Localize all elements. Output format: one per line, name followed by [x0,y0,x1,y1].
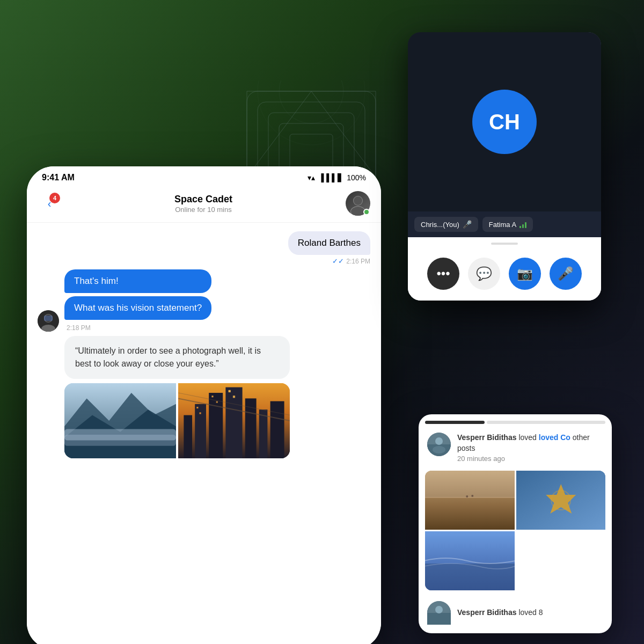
signal-strength-icon [519,221,526,228]
activity-time-1: 20 minutes ago [457,455,505,463]
contact-name: Space Cadet [61,194,346,205]
svg-rect-32 [225,387,242,458]
controls-bg: ••• 💬 📷 🎤 [408,237,601,301]
video-main-area: CH [408,32,601,211]
strip-bar-dark [425,421,485,424]
gallery-grid [425,471,605,590]
mic-muted-icon: 🎤 [463,220,472,229]
scroll-handle [491,243,518,245]
caller-name-tag: Chris...(You) 🎤 [414,217,478,232]
activity-avatar-2 [427,601,451,625]
svg-rect-34 [259,409,268,458]
photo-city [178,383,290,458]
message-timestamp: 2:16 PM [346,258,370,265]
status-bar: 9:41 AM ▾▴ ▐▐▐ ▋ 100% [27,166,381,187]
social-feed-card: Vesperr Bidithas loved loved Co other po… [419,414,612,633]
contact-status: Online for 10 mins [61,206,346,214]
message-icon: 💬 [476,266,492,281]
svg-rect-27 [64,435,176,446]
status-icons: ▾▴ ▐▐▐ ▋ 100% [308,173,366,182]
other-caller-name: Fatima A [489,221,516,229]
gallery-photo-beach [425,471,515,530]
contact-avatar-wrapper[interactable] [346,191,370,216]
activity-text-1: Vesperr Bidithas loved loved Co other po… [457,433,603,464]
svg-rect-37 [200,412,201,414]
caller-name: Chris...(You) [421,221,459,229]
svg-rect-36 [196,407,198,408]
message-bubble-received: Roland Barthes [288,231,370,255]
social-activity-2: Vesperr Bidithas loved 8 [419,597,612,633]
svg-rect-41 [233,396,235,398]
video-call-card: Tommy B CH Chris...(You) 🎤 Fatima A ••• [408,32,601,301]
read-receipt-icon: ✓✓ [332,257,344,265]
status-time: 9:41 AM [42,173,75,182]
message-button[interactable]: 💬 [468,258,500,290]
svg-rect-59 [427,613,451,625]
more-options-button[interactable]: ••• [427,258,459,290]
online-indicator [363,209,370,215]
svg-rect-52 [425,471,515,497]
svg-rect-35 [270,401,284,458]
microphone-button[interactable]: 🎤 [550,258,582,290]
other-caller-name-tag: Fatima A [482,217,533,232]
more-dots-icon: ••• [436,266,450,281]
svg-rect-30 [195,404,206,458]
chat-header: 4 ‹ Space Cadet Online for 10 mins [27,187,381,223]
svg-rect-38 [211,396,213,397]
activity-user-2: Vesperr Bidithas [457,608,517,617]
svg-point-47 [433,446,445,453]
camera-button[interactable]: 📷 [509,258,541,290]
activity-action-2: loved 8 [518,608,543,617]
sent-bubble-2: What was his vision statement? [64,296,211,320]
message-time-received: ✓✓ 2:16 PM [332,257,370,265]
svg-rect-29 [184,415,192,458]
svg-point-15 [354,196,362,205]
gallery-photo-starfish [516,471,606,530]
photo-grid [64,383,290,458]
sender-avatar [38,310,59,332]
gallery-photo-sky [425,531,515,590]
sent-bubbles-container: That's him! What was his vision statemen… [64,269,211,332]
signal-icon: ▐▐▐ [318,173,334,182]
phone-mockup: 9:41 AM ▾▴ ▐▐▐ ▋ 100% 4 ‹ Space Cadet On… [27,166,381,644]
camera-icon: 📷 [517,266,533,281]
svg-rect-22 [44,316,53,321]
notification-badge: 4 [49,193,60,203]
svg-rect-40 [229,390,231,392]
activity-action-1: loved Co [539,433,570,442]
svg-rect-39 [216,401,218,403]
message-sent-group: That's him! What was his vision statemen… [38,269,370,332]
quote-bubble: “Ultimately in order to see a photograph… [64,336,290,379]
social-header-strip [419,414,612,428]
battery-icon: ▋ [338,173,343,182]
svg-point-46 [435,437,443,445]
photo-mountains [64,383,176,458]
back-button[interactable]: 4 ‹ [38,192,61,215]
activity-user-1: Vesperr Bidithas [457,433,517,442]
activity-text-2: Vesperr Bidithas loved 8 [457,608,543,618]
caller-avatar: CH [472,90,537,154]
svg-rect-31 [209,393,223,458]
microphone-icon: 🎤 [558,266,574,281]
social-activity-1: Vesperr Bidithas loved loved Co other po… [419,428,612,471]
sent-bubble-1: That's him! [64,269,211,293]
strip-bar-light [487,421,605,424]
sent-message-time: 2:18 PM [67,324,211,332]
activity-avatar-1 [427,433,451,456]
svg-point-60 [435,606,443,613]
chat-title-area: Space Cadet Online for 10 mins [61,194,346,214]
svg-rect-57 [425,564,515,590]
battery-percent: 100% [347,173,366,182]
wifi-icon: ▾▴ [308,173,315,182]
call-controls: ••• 💬 📷 🎤 [408,249,601,301]
message-text: Roland Barthes [298,238,361,248]
messages-area[interactable]: Roland Barthes ✓✓ 2:16 PM [27,223,381,644]
message-received-1: Roland Barthes ✓✓ 2:16 PM [38,231,370,265]
video-name-tags: Chris...(You) 🎤 Fatima A [408,211,601,237]
